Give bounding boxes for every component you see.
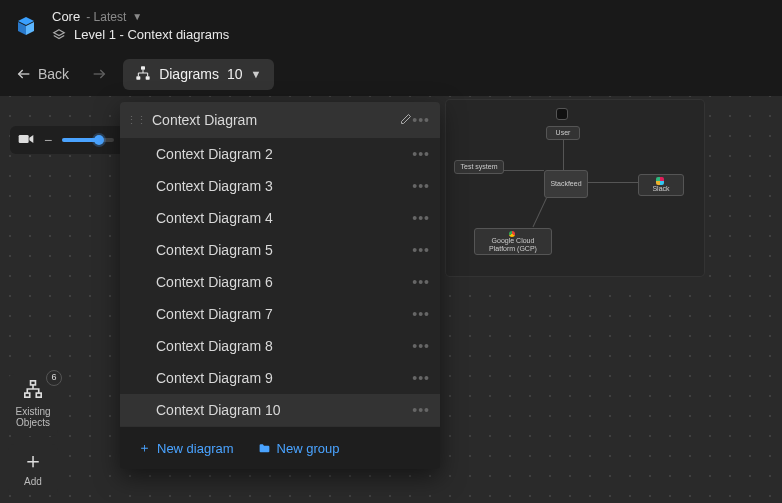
- plus-icon: ＋: [22, 450, 44, 472]
- layers-icon: [52, 28, 66, 42]
- diagram-item[interactable]: Context Diagram 8•••: [120, 330, 440, 362]
- svg-rect-14: [36, 393, 41, 397]
- pill-label: Diagrams: [159, 66, 219, 82]
- zoom-out-button[interactable]: −: [42, 132, 54, 148]
- pv-user-icon-box: [556, 108, 568, 120]
- chevron-down-icon: ▼: [132, 11, 142, 23]
- more-icon[interactable]: •••: [412, 146, 430, 162]
- diagram-item[interactable]: ⋮⋮ Context Diagram •••: [120, 102, 440, 138]
- existing-label-2: Objects: [16, 417, 50, 428]
- new-group-button[interactable]: New group: [258, 441, 340, 456]
- zoom-slider[interactable]: [62, 138, 114, 142]
- back-button[interactable]: Back: [10, 62, 75, 86]
- pv-slack: Slack: [638, 174, 684, 196]
- existing-objects-button[interactable]: 6 Existing Objects: [8, 374, 58, 436]
- svg-rect-12: [31, 381, 36, 385]
- side-tools: 6 Existing Objects ＋ Add: [8, 374, 58, 495]
- more-icon[interactable]: •••: [412, 210, 430, 226]
- forward-button[interactable]: [85, 62, 113, 86]
- diagram-item-label: Context Diagram 6: [136, 274, 412, 290]
- add-button[interactable]: ＋ Add: [8, 444, 58, 495]
- more-icon[interactable]: •••: [412, 242, 430, 258]
- more-icon[interactable]: •••: [412, 178, 430, 194]
- diagram-item-label: Context Diagram 3: [136, 178, 412, 194]
- topbar: Core Latest ▼ Level 1 - Context diagrams: [0, 0, 782, 52]
- arrow-right-icon: [91, 66, 107, 82]
- pv-connector: [533, 198, 547, 227]
- svg-rect-10: [19, 135, 29, 143]
- network-icon: [135, 65, 151, 84]
- app-logo[interactable]: [14, 14, 38, 38]
- diagram-item[interactable]: Context Diagram 2•••: [120, 138, 440, 170]
- diagram-item[interactable]: Context Diagram 3•••: [120, 170, 440, 202]
- diagram-item[interactable]: Context Diagram 10•••: [120, 394, 440, 426]
- slack-icon: [656, 177, 664, 185]
- more-icon[interactable]: •••: [412, 306, 430, 322]
- pv-connector: [563, 140, 564, 170]
- camera-icon[interactable]: [18, 132, 34, 148]
- diagram-item[interactable]: Context Diagram 4•••: [120, 202, 440, 234]
- diagram-item[interactable]: Context Diagram 5•••: [120, 234, 440, 266]
- diagram-item-label: Context Diagram 5: [136, 242, 412, 258]
- drag-handle-icon[interactable]: ⋮⋮: [126, 114, 146, 127]
- diagrams-dropdown-toggle[interactable]: Diagrams 10 ▼: [123, 59, 273, 90]
- svg-marker-11: [29, 135, 33, 143]
- pv-connector: [588, 182, 638, 183]
- more-icon[interactable]: •••: [412, 112, 430, 128]
- svg-rect-6: [141, 66, 145, 69]
- diagram-item-label: Context Diagram 10: [136, 402, 412, 418]
- toolbar: Back Diagrams 10 ▼: [0, 52, 782, 96]
- plus-icon: ＋: [138, 439, 151, 457]
- svg-marker-3: [54, 30, 65, 36]
- diagram-item-label: Context Diagram 7: [136, 306, 412, 322]
- diagram-item-label: Context Diagram 2: [136, 146, 412, 162]
- existing-label-1: Existing: [15, 406, 50, 417]
- diagram-thumbnail[interactable]: User Test system Stackfeed Slack Google …: [446, 100, 704, 276]
- diagrams-dropdown: ⋮⋮ Context Diagram ••• Context Diagram 2…: [120, 102, 440, 469]
- diagram-item[interactable]: Context Diagram 6•••: [120, 266, 440, 298]
- chevron-down-icon: ▼: [251, 68, 262, 80]
- workspace-selector[interactable]: Core Latest ▼: [52, 9, 229, 25]
- more-icon[interactable]: •••: [412, 370, 430, 386]
- new-diagram-button[interactable]: ＋ New diagram: [138, 439, 234, 457]
- diagram-item[interactable]: Context Diagram 7•••: [120, 298, 440, 330]
- hierarchy-icon: [23, 380, 43, 402]
- edit-icon[interactable]: [400, 112, 412, 128]
- existing-objects-count: 6: [46, 370, 62, 386]
- pv-stackfeed: Stackfeed: [544, 170, 588, 198]
- new-diagram-label: New diagram: [157, 441, 234, 456]
- pv-gcp: Google Cloud Platform (GCP): [474, 228, 552, 255]
- pv-connector: [504, 170, 544, 171]
- svg-rect-13: [25, 393, 30, 397]
- more-icon[interactable]: •••: [412, 402, 430, 418]
- more-icon[interactable]: •••: [412, 274, 430, 290]
- more-icon[interactable]: •••: [412, 338, 430, 354]
- diagram-item-label: Context Diagram: [136, 112, 394, 128]
- breadcrumb-text: Level 1 - Context diagrams: [74, 27, 229, 43]
- diagram-item-label: Context Diagram 4: [136, 210, 412, 226]
- workspace-version: Latest: [86, 10, 126, 24]
- title-column: Core Latest ▼ Level 1 - Context diagrams: [52, 9, 229, 42]
- diagram-item-label: Context Diagram 9: [136, 370, 412, 386]
- diagram-item-label: Context Diagram 8: [136, 338, 412, 354]
- pv-user: User: [546, 126, 580, 140]
- arrow-left-icon: [16, 66, 32, 82]
- slider-knob[interactable]: [94, 135, 104, 145]
- diagram-item[interactable]: Context Diagram 9•••: [120, 362, 440, 394]
- svg-rect-7: [136, 76, 140, 79]
- back-label: Back: [38, 66, 69, 82]
- breadcrumb[interactable]: Level 1 - Context diagrams: [52, 27, 229, 43]
- dropdown-footer: ＋ New diagram New group: [120, 426, 440, 469]
- add-label: Add: [24, 476, 42, 487]
- workspace-name: Core: [52, 9, 80, 25]
- pill-count: 10: [227, 66, 243, 82]
- svg-rect-8: [146, 76, 150, 79]
- folder-icon: [258, 442, 271, 455]
- new-group-label: New group: [277, 441, 340, 456]
- pv-test-system: Test system: [454, 160, 504, 174]
